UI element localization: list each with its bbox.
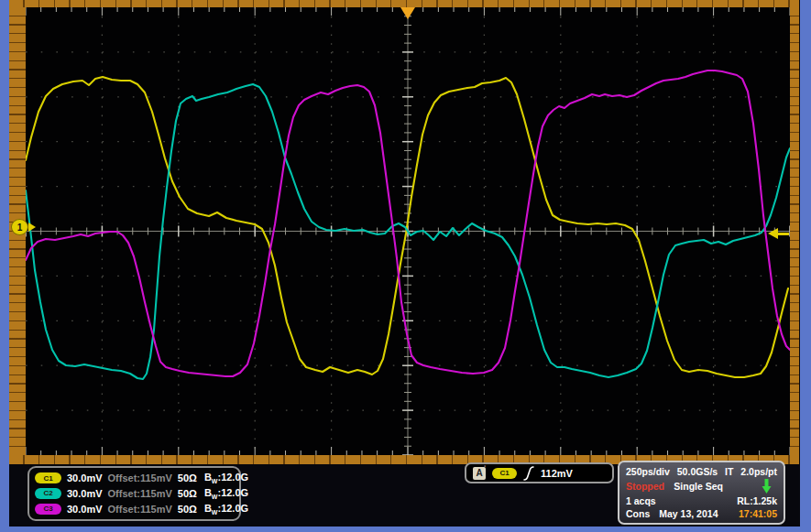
channel-bandwidth: BW:12.0G — [204, 472, 248, 484]
channel-offset: Offset:115mV — [108, 504, 172, 515]
channel-termination: 50Ω — [178, 472, 197, 483]
persona-date-group: Cons May 13, 2014 — [626, 508, 718, 519]
frame-ticks-right — [790, 7, 799, 455]
acq-mode: Single Seq — [674, 481, 723, 492]
date-label: May 13, 2014 — [659, 508, 718, 519]
rising-edge-icon — [523, 466, 534, 481]
record-length: RL:1.25k — [737, 495, 777, 506]
interp-mode: IT — [725, 466, 733, 477]
channel-offset: Offset:115mV — [108, 472, 172, 483]
trigger-level-arrow-icon — [768, 228, 778, 239]
channel-offset: Offset:115mV — [108, 488, 172, 499]
persona-label: Cons — [626, 508, 650, 519]
trigger-level-value: 112mV — [541, 468, 573, 479]
trigger-level-arrow-tail — [778, 233, 789, 235]
acq-status: Stopped — [626, 481, 664, 492]
channel-badge-c2[interactable]: C2 — [35, 488, 61, 499]
status-line: Stopped Single Seq — [626, 479, 777, 494]
resolution: 2.0ps/pt — [740, 466, 777, 477]
channel-badge-c1[interactable]: C1 — [35, 472, 61, 483]
frame-ticks-top — [9, 0, 799, 7]
ch1-reference-marker[interactable]: 1 — [11, 219, 36, 235]
readout-strip: C1 30.0mV Offset:115mV 50Ω BW:12.0G C2 3… — [9, 464, 799, 527]
channel-scale: 30.0mV — [67, 488, 103, 499]
acq-count-line: 1 acqs RL:1.25k — [626, 495, 777, 506]
timebase-value: 250ps/div — [626, 466, 670, 477]
trigger-position-marker[interactable] — [400, 7, 415, 19]
timebase-line: 250ps/div 50.0GS/s IT 2.0ps/pt — [626, 466, 777, 477]
sample-rate: 50.0GS/s — [677, 466, 718, 477]
acquisition-box[interactable]: 250ps/div 50.0GS/s IT 2.0ps/pt Stopped S… — [618, 461, 785, 525]
channel-bandwidth: BW:12.0G — [204, 487, 248, 500]
waveform-screen[interactable] — [26, 7, 790, 455]
ch1-reference-bubble: 1 — [11, 219, 28, 235]
trigger-level-marker[interactable] — [768, 228, 789, 239]
channel-readout-box[interactable]: C1 30.0mV Offset:115mV 50Ω BW:12.0G C2 3… — [27, 466, 241, 521]
channel-termination: 50Ω — [178, 504, 197, 515]
channel-scale: 30.0mV — [67, 472, 103, 483]
channel-badge-c3[interactable]: C3 — [35, 504, 61, 515]
channel-row-c2[interactable]: C2 30.0mV Offset:115mV 50Ω BW:12.0G — [35, 487, 234, 500]
channel-termination: 50Ω — [178, 488, 197, 499]
scope-bezel: 1 C1 30.0mV Offset:115mV 50Ω BW:12.0G C2… — [9, 0, 800, 527]
channel-bandwidth: BW:12.0G — [204, 503, 248, 516]
ch1-reference-arrow-icon — [28, 223, 36, 232]
acq-count: 1 acqs — [626, 495, 656, 506]
channel-row-c1[interactable]: C1 30.0mV Offset:115mV 50Ω BW:12.0G — [35, 472, 234, 484]
channel-row-c3[interactable]: C3 30.0mV Offset:115mV 50Ω BW:12.0G — [35, 503, 234, 516]
clock: 17:41:05 — [739, 508, 777, 519]
trigger-readout-box[interactable]: Aʹ C1 112mV — [465, 462, 614, 483]
green-down-arrow-icon — [762, 479, 772, 494]
trigger-source-badge: C1 — [492, 468, 517, 479]
date-line: Cons May 13, 2014 17:41:05 — [626, 508, 777, 519]
oscilloscope-screenshot: 1 C1 30.0mV Offset:115mV 50Ω BW:12.0G C2… — [0, 0, 811, 532]
channel-scale: 30.0mV — [67, 504, 103, 515]
trigger-a-mark: ʹ — [484, 464, 486, 471]
waveform-traces — [26, 7, 790, 455]
trigger-a-badge: Aʹ — [473, 467, 486, 480]
